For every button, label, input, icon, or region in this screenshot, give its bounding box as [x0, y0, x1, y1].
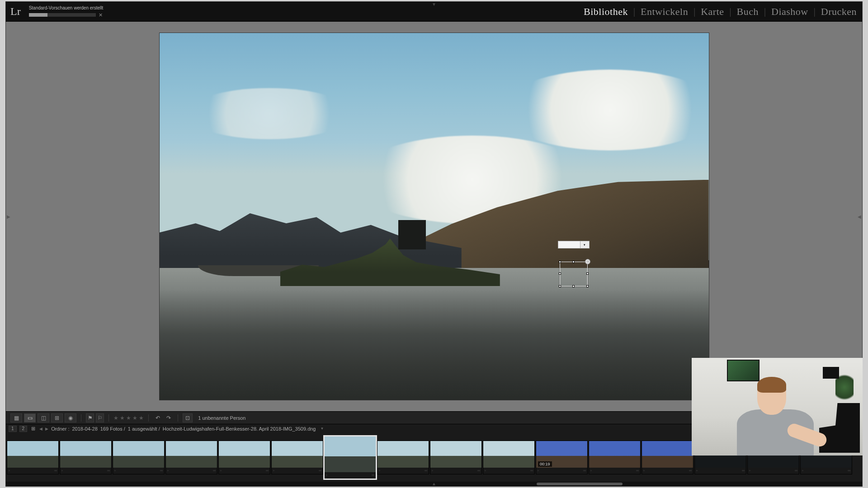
thumb-badge-icon: ◦	[379, 469, 380, 473]
photo-viewport[interactable]: ▾ ○	[160, 33, 709, 400]
thumb-footer: ◦▫▫	[219, 468, 270, 474]
thumb-badge-icon: ▫▫	[425, 469, 427, 473]
thumb-image	[113, 441, 164, 468]
thumb-badge-icon: ▫▫	[266, 469, 269, 473]
module-develop[interactable]: Entwickeln	[640, 6, 689, 18]
flag-picked-button[interactable]: ⚑	[86, 413, 94, 422]
current-filename: Hochzeit-Ludwigshafen-Full-Benkesser-28.…	[163, 426, 316, 432]
star-rating[interactable]: ★ ★ ★ ★ ★	[113, 415, 144, 421]
grid-mini-icon[interactable]: ⊞	[30, 426, 37, 432]
thumb-footer: ◦▫▫	[60, 468, 111, 474]
filmstrip-thumb[interactable]: ◦▫▫	[483, 441, 535, 474]
grid-view-button[interactable]: ▦	[10, 413, 22, 422]
thumb-footer: ◦▫▫	[695, 468, 746, 474]
resize-handle-icon[interactable]	[572, 285, 575, 287]
thumb-badge-icon: ▫▫	[742, 469, 745, 473]
thumb-footer: ◦▫▫	[7, 468, 58, 474]
filmstrip-thumb[interactable]: ◦▫▫	[7, 441, 59, 474]
module-map[interactable]: Karte	[700, 6, 725, 18]
star-icon[interactable]: ★	[139, 415, 144, 421]
module-separator: |	[693, 6, 695, 17]
thumb-badge-icon: ▫▫	[54, 469, 57, 473]
resize-handle-icon[interactable]	[559, 272, 561, 275]
resize-handle-icon[interactable]	[586, 272, 589, 275]
webcam-presenter	[732, 374, 827, 455]
filmstrip-thumb[interactable]: ◦▫▫	[218, 441, 270, 474]
nav-fwd-icon[interactable]: ▶	[45, 427, 48, 431]
panel-toggle-bottom-icon[interactable]: ▲	[432, 481, 436, 486]
face-name-input-row: ▾	[558, 241, 590, 249]
folder-name[interactable]: 2018-04-28	[72, 426, 97, 432]
filmstrip-thumb[interactable]: ◦▫▫	[165, 441, 217, 474]
face-tag-tool-button[interactable]: ⊡	[183, 413, 193, 422]
module-book[interactable]: Buch	[736, 6, 760, 18]
star-icon[interactable]: ★	[132, 415, 137, 421]
face-region-remove-icon[interactable]: ○	[585, 259, 590, 264]
photo-count: 169 Fotos /	[100, 426, 125, 432]
filmstrip-thumb[interactable]: ◦▫▫	[271, 441, 323, 474]
filmstrip-thumb[interactable]: ◦▫▫	[324, 436, 376, 479]
breadcrumb-dropdown-icon[interactable]: ▼	[321, 427, 324, 431]
compare-view-button[interactable]: ◫	[38, 413, 49, 422]
left-panel-toggle-icon[interactable]: ▶	[6, 22, 11, 411]
secondary-display-1-button[interactable]: 1	[9, 426, 17, 432]
face-region[interactable]: ○	[560, 262, 588, 286]
loupe-view-button[interactable]: ▭	[24, 413, 36, 422]
thumb-badge-icon: ▫▫	[848, 469, 850, 473]
face-name-confirm-button[interactable]: ▾	[580, 241, 590, 249]
toolbar-divider	[148, 414, 149, 422]
star-icon[interactable]: ★	[126, 415, 131, 421]
star-icon[interactable]: ★	[113, 415, 118, 421]
thumb-badge-icon: ◦	[590, 469, 592, 473]
photo-reflection	[160, 290, 709, 400]
filmstrip-thumb[interactable]: ◦▫▫	[589, 441, 641, 474]
filmstrip-thumb[interactable]: ◦▫▫	[377, 441, 429, 474]
secondary-display-2-button[interactable]: 2	[19, 426, 28, 432]
thumb-badge-icon: ◦	[114, 469, 116, 473]
resize-handle-icon[interactable]	[586, 285, 589, 287]
resize-handle-icon[interactable]	[559, 285, 561, 287]
progress-label: Standard-Vorschauen werden erstellt	[29, 5, 104, 10]
filmstrip-thumb[interactable]: ◦▫▫	[642, 441, 693, 474]
module-print[interactable]: Drucken	[820, 6, 858, 18]
thumb-badge-icon: ◦	[749, 469, 750, 473]
right-panel-toggle-icon[interactable]: ◀	[857, 22, 862, 411]
rotate-right-button[interactable]: ↷	[164, 413, 173, 422]
toolbar-divider	[81, 414, 81, 422]
loupe-canvas[interactable]: ▾ ○	[11, 22, 857, 411]
survey-view-button[interactable]: ⊞	[51, 413, 63, 422]
thumb-footer: ◦▫▫	[589, 468, 640, 474]
face-name-field[interactable]	[558, 241, 580, 249]
thumb-badge-icon: ▫▫	[107, 469, 110, 473]
scrollbar-thumb[interactable]	[537, 483, 622, 485]
thumb-badge-icon: ◦	[485, 469, 486, 473]
thumb-footer: ◦▫▫	[536, 468, 587, 474]
rotate-left-button[interactable]: ↶	[153, 413, 162, 422]
thumb-image	[483, 441, 534, 468]
resize-handle-icon[interactable]	[559, 261, 561, 263]
source-label: Ordner :	[51, 426, 69, 432]
thumb-badge-icon: ▫▫	[583, 469, 586, 473]
progress-close-icon[interactable]: ✕	[99, 12, 103, 18]
people-view-button[interactable]: ◉	[65, 413, 76, 422]
thumb-image	[430, 441, 481, 468]
filmstrip-thumb[interactable]: ◦▫▫	[430, 441, 482, 474]
thumb-footer: ◦▫▫	[801, 468, 852, 474]
nav-back-icon[interactable]: ◀	[39, 427, 42, 431]
thumb-badge-icon: ◦	[643, 469, 645, 473]
star-icon[interactable]: ★	[120, 415, 125, 421]
presenter-webcam-overlay	[692, 358, 863, 455]
panel-toggle-top-icon[interactable]: ▼	[432, 2, 436, 7]
thumb-footer: ◦▫▫	[642, 468, 693, 474]
thumb-badge-icon: ◦	[61, 469, 63, 473]
resize-handle-icon[interactable]	[572, 261, 575, 263]
thumb-badge-icon: ▫▫	[319, 469, 321, 473]
filmstrip-thumb[interactable]: ◦▫▫	[113, 441, 165, 474]
filmstrip-thumb[interactable]: ◦▫▫	[60, 441, 112, 474]
thumb-footer: ◦▫▫	[113, 468, 164, 474]
photo-cloud	[187, 88, 352, 140]
module-slideshow[interactable]: Diashow	[770, 6, 809, 18]
module-library[interactable]: Bibliothek	[583, 6, 629, 18]
filmstrip-thumb[interactable]: ◦▫▫00:19	[536, 441, 588, 474]
flag-rejected-button[interactable]: ⚐	[96, 413, 104, 422]
